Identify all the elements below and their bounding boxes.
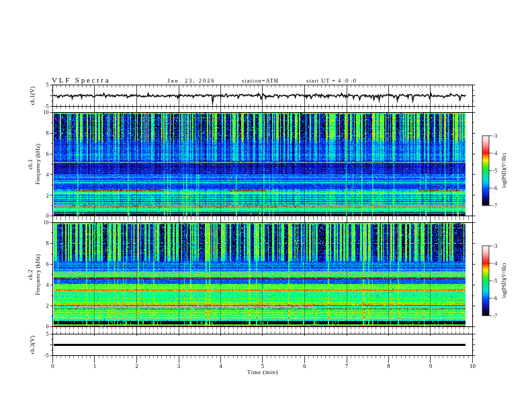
- svg-text:0: 0: [46, 213, 48, 219]
- svg-text:-3: -3: [493, 133, 498, 139]
- svg-text:Frequency (kHz): Frequency (kHz): [34, 254, 41, 295]
- svg-text:0: 0: [51, 363, 54, 369]
- svg-text:ch.2: ch.2: [27, 269, 34, 279]
- svg-text:-5: -5: [493, 168, 498, 174]
- svg-text:-4: -4: [493, 150, 498, 156]
- svg-text:2: 2: [46, 193, 48, 199]
- svg-text:0: 0: [46, 324, 48, 330]
- svg-text:10: 10: [43, 220, 48, 226]
- svg-text:Jan. 23, 2026: Jan. 23, 2026: [168, 77, 216, 84]
- svg-text:10: 10: [43, 109, 48, 116]
- svg-text:4: 4: [219, 363, 222, 369]
- svg-text:-5: -5: [44, 353, 49, 359]
- svg-text:6: 6: [46, 261, 48, 267]
- svg-text:-3: -3: [493, 243, 498, 249]
- svg-text:5: 5: [46, 331, 48, 337]
- svg-text:10: 10: [470, 363, 476, 369]
- svg-text:4: 4: [46, 172, 48, 178]
- svg-text:1: 1: [93, 363, 97, 369]
- svg-text:8: 8: [46, 130, 48, 136]
- svg-text:log(PSD)(V²/Hz): log(PSD)(V²/Hz): [501, 153, 507, 188]
- svg-text:5: 5: [46, 82, 48, 88]
- svg-text:3: 3: [177, 363, 181, 369]
- svg-text:2: 2: [46, 303, 48, 309]
- svg-text:6: 6: [46, 151, 48, 157]
- svg-text:-7: -7: [493, 203, 498, 209]
- svg-text:Time (min): Time (min): [247, 369, 278, 375]
- svg-text:VLF Spectra: VLF Spectra: [52, 76, 110, 84]
- svg-text:-7: -7: [493, 313, 498, 319]
- svg-text:-6: -6: [493, 295, 498, 302]
- svg-text:ch.1(V): ch.1(V): [29, 87, 36, 105]
- svg-text:ch.1: ch.1: [27, 159, 34, 169]
- svg-text:8: 8: [387, 363, 390, 369]
- svg-text:Frequency (kHz): Frequency (kHz): [34, 144, 41, 185]
- svg-text:4: 4: [46, 282, 48, 288]
- svg-text:log(PSD)(V²/Hz): log(PSD)(V²/Hz): [501, 263, 507, 298]
- svg-text:-4: -4: [493, 261, 498, 267]
- svg-text:station=ATH: station=ATH: [242, 77, 279, 84]
- svg-text:2: 2: [135, 363, 138, 369]
- svg-text:7: 7: [345, 363, 349, 369]
- svg-text:6: 6: [303, 363, 306, 369]
- svg-text:-6: -6: [493, 185, 498, 191]
- svg-text:-5: -5: [493, 278, 498, 284]
- svg-text:ch.3(V): ch.3(V): [29, 336, 36, 355]
- svg-text:8: 8: [46, 240, 48, 246]
- svg-text:start UT = 4 :0 :0: start UT = 4 :0 :0: [306, 77, 357, 84]
- svg-text:-5: -5: [44, 103, 49, 109]
- svg-text:9: 9: [429, 363, 433, 369]
